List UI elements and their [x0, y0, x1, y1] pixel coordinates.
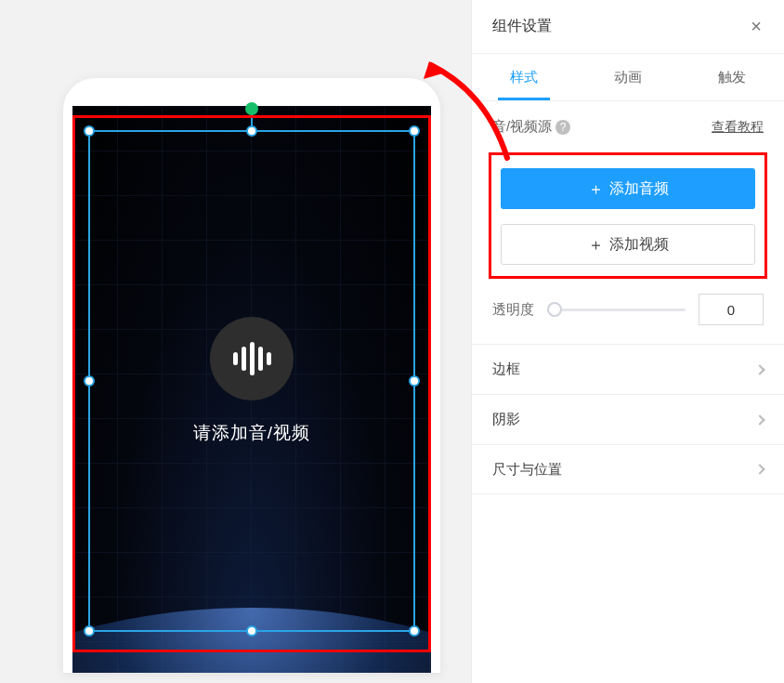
resize-handle-nw[interactable]: [84, 125, 95, 137]
add-audio-label: 添加音频: [609, 179, 669, 199]
add-audio-button[interactable]: ＋ 添加音频: [501, 168, 755, 209]
tab-style[interactable]: 样式: [472, 54, 576, 100]
close-icon[interactable]: ×: [745, 12, 767, 41]
chevron-right-icon: [754, 414, 764, 425]
collapse-border-label: 边框: [492, 361, 520, 378]
tab-animation[interactable]: 动画: [576, 54, 680, 100]
source-label-text: 音/视频源: [492, 118, 552, 136]
add-video-button[interactable]: ＋ 添加视频: [501, 224, 755, 265]
slider-track: [547, 309, 686, 311]
resize-handle-e[interactable]: [409, 375, 420, 387]
opacity-row: 透明度: [472, 288, 784, 344]
canvas-area: 请添加音/视频: [0, 0, 472, 683]
resize-handle-se[interactable]: [409, 625, 420, 637]
annotation-red-box-buttons: ＋ 添加音频 ＋ 添加视频: [489, 152, 767, 279]
collapse-shadow-label: 阴影: [492, 411, 520, 428]
chevron-right-icon: [754, 464, 764, 474]
resize-handle-n[interactable]: [246, 125, 257, 137]
rotate-handle[interactable]: [245, 102, 258, 115]
settings-panel: 组件设置 × 样式 动画 触发 音/视频源 ? 查看教程 ＋ 添加音频 ＋ 添加…: [472, 0, 784, 683]
source-section: 音/视频源 ? 查看教程: [472, 101, 784, 141]
audio-waveform-icon: [210, 317, 294, 401]
selection-box[interactable]: 请添加音/视频: [88, 130, 415, 632]
collapse-size-pos-label: 尺寸与位置: [492, 461, 562, 479]
resize-handle-ne[interactable]: [409, 125, 420, 137]
resize-handle-sw[interactable]: [84, 625, 95, 637]
add-video-label: 添加视频: [609, 235, 669, 255]
opacity-label: 透明度: [492, 301, 534, 319]
panel-tabs: 样式 动画 触发: [472, 54, 784, 101]
opacity-input[interactable]: [699, 294, 764, 325]
panel-title: 组件设置: [492, 17, 552, 36]
panel-header: 组件设置 ×: [472, 0, 784, 54]
resize-handle-s[interactable]: [246, 625, 257, 637]
collapse-border[interactable]: 边框: [472, 344, 784, 394]
resize-handle-w[interactable]: [84, 375, 95, 387]
source-label: 音/视频源 ?: [492, 118, 570, 136]
collapse-shadow[interactable]: 阴影: [472, 394, 784, 444]
chevron-right-icon: [754, 364, 764, 374]
tutorial-link[interactable]: 查看教程: [712, 119, 764, 136]
collapse-size-pos[interactable]: 尺寸与位置: [472, 444, 784, 494]
media-placeholder-text: 请添加音/视频: [193, 421, 310, 445]
help-icon[interactable]: ?: [555, 120, 570, 135]
plus-icon: ＋: [588, 178, 604, 200]
opacity-slider[interactable]: [547, 302, 686, 317]
tab-trigger[interactable]: 触发: [680, 54, 784, 100]
media-placeholder: 请添加音/视频: [90, 132, 413, 630]
slider-thumb[interactable]: [547, 302, 562, 317]
plus-icon: ＋: [588, 234, 604, 256]
